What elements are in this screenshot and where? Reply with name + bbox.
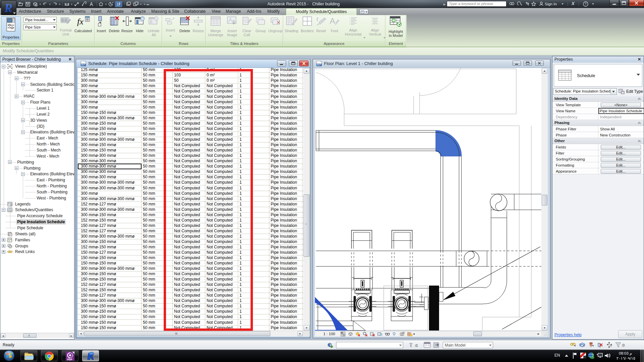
svg-text:0.0: 0.0: [61, 18, 67, 23]
svg-text:PDF: PDF: [67, 358, 72, 361]
svg-text:RVT: RVT: [317, 64, 321, 66]
svg-text::0: :0: [415, 344, 418, 348]
svg-text:RVT: RVT: [81, 64, 86, 66]
svg-text:Sign In: Sign In: [545, 2, 557, 6]
svg-text::0: :0: [622, 343, 625, 347]
svg-text:fx: fx: [77, 17, 84, 26]
svg-text:A: A: [330, 16, 335, 25]
svg-text:?: ?: [585, 2, 587, 6]
svg-text:R: R: [4, 1, 12, 15]
